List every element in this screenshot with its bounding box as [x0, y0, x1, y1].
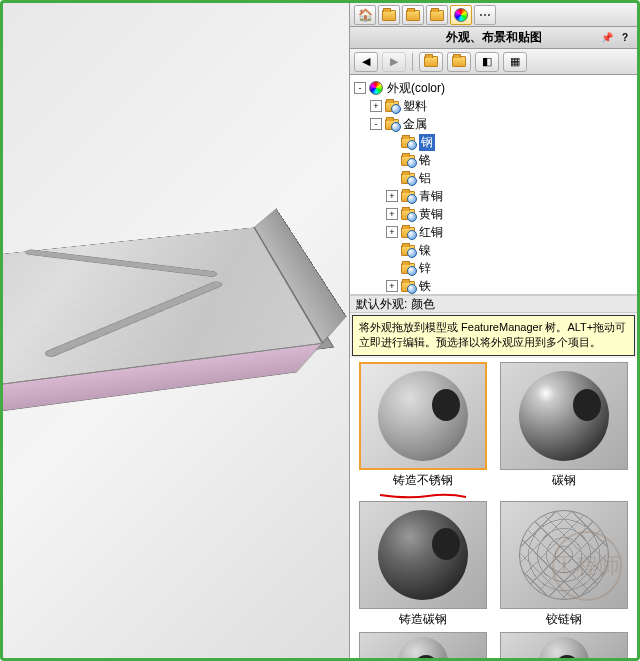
- color-icon: [369, 81, 383, 95]
- tree-zinc[interactable]: 锌: [352, 259, 635, 277]
- tree-selected-label: 钢: [419, 134, 435, 151]
- folder-icon: [401, 227, 415, 238]
- collapse-icon[interactable]: -: [354, 82, 366, 94]
- expand-icon[interactable]: +: [386, 190, 398, 202]
- cad-model: [3, 224, 349, 492]
- swatch-extra-2[interactable]: [496, 632, 634, 658]
- folder-icon: [385, 101, 399, 112]
- folder-icon: [401, 191, 415, 202]
- view2-icon[interactable]: [447, 52, 471, 72]
- swatch-extra-1[interactable]: [354, 632, 492, 658]
- tree-steel[interactable]: 钢: [352, 133, 635, 151]
- swatch-chain-steel[interactable]: 铰链钢: [496, 501, 634, 628]
- tree-copper[interactable]: + 红铜: [352, 223, 635, 241]
- view3-icon[interactable]: ◧: [475, 52, 499, 72]
- appearance-tree[interactable]: - 外观(color) + 塑料 - 金属 钢 铬 铝: [350, 75, 637, 295]
- swatch-carbon-steel[interactable]: 碳钢: [496, 362, 634, 497]
- nav-toolbar: ◀ ▶ ◧ ▦: [350, 49, 637, 75]
- annotation-underline: [378, 489, 468, 497]
- view-icon[interactable]: [419, 52, 443, 72]
- nav-fwd-button[interactable]: ▶: [382, 52, 406, 72]
- swatch-grid: 铸造不锈钢 碳钢 铸造碳钢 铰链钢: [350, 358, 637, 658]
- expand-icon[interactable]: +: [386, 208, 398, 220]
- tree-brass[interactable]: + 黄铜: [352, 205, 635, 223]
- tree-root[interactable]: - 外观(color): [352, 79, 635, 97]
- tab-feature-icon[interactable]: [378, 5, 400, 25]
- material-preview-icon: [539, 637, 589, 658]
- collapse-icon[interactable]: -: [370, 118, 382, 130]
- folder-icon: [401, 173, 415, 184]
- swatch-cast-stainless[interactable]: 铸造不锈钢: [354, 362, 492, 497]
- tab-home-icon[interactable]: 🏠: [354, 5, 376, 25]
- folder-icon: [401, 155, 415, 166]
- folder-icon: [401, 281, 415, 292]
- folder-icon: [401, 209, 415, 220]
- tab-config-icon[interactable]: [426, 5, 448, 25]
- tab-history-icon[interactable]: [402, 5, 424, 25]
- folder-icon: [401, 245, 415, 256]
- tree-chrome[interactable]: 铬: [352, 151, 635, 169]
- material-preview-icon: [519, 510, 609, 600]
- expand-icon[interactable]: +: [386, 226, 398, 238]
- tree-nickel[interactable]: 镍: [352, 241, 635, 259]
- expand-icon[interactable]: +: [386, 280, 398, 292]
- material-preview-icon: [398, 637, 448, 658]
- appearance-panel: 🏠 ⋯ 外观、布景和贴图 📌 ? ◀ ▶ ◧ ▦ - 外观(color) + 塑…: [349, 3, 637, 658]
- folder-icon: [385, 119, 399, 130]
- tree-aluminum[interactable]: 铝: [352, 169, 635, 187]
- nav-back-button[interactable]: ◀: [354, 52, 378, 72]
- material-preview-icon: [378, 371, 468, 461]
- pin-icon[interactable]: 📌: [599, 31, 615, 45]
- view4-icon[interactable]: ▦: [503, 52, 527, 72]
- tab-appearance-icon[interactable]: [450, 5, 472, 25]
- swatch-cast-carbon[interactable]: 铸造碳钢: [354, 501, 492, 628]
- panel-title: 外观、布景和贴图: [446, 29, 542, 46]
- tree-bronze[interactable]: + 青铜: [352, 187, 635, 205]
- expand-icon[interactable]: +: [370, 100, 382, 112]
- tree-iron[interactable]: + 铁: [352, 277, 635, 295]
- tree-root-label: 外观(color): [387, 80, 445, 97]
- tab-more-icon[interactable]: ⋯: [474, 5, 496, 25]
- tree-plastic[interactable]: + 塑料: [352, 97, 635, 115]
- material-preview-icon: [378, 510, 468, 600]
- tree-metal[interactable]: - 金属: [352, 115, 635, 133]
- model-viewport[interactable]: [3, 3, 349, 658]
- drag-hint-tooltip: 将外观拖放到模型或 FeatureManager 树。ALT+拖动可立即进行编辑…: [352, 315, 635, 356]
- panel-title-bar: 外观、布景和贴图 📌 ?: [350, 27, 637, 49]
- folder-icon: [401, 263, 415, 274]
- help-icon[interactable]: ?: [617, 31, 633, 45]
- material-preview-icon: [519, 371, 609, 461]
- default-appearance-section: 默认外观: 颜色: [350, 295, 637, 313]
- folder-icon: [401, 137, 415, 148]
- panel-tab-bar: 🏠 ⋯: [350, 3, 637, 27]
